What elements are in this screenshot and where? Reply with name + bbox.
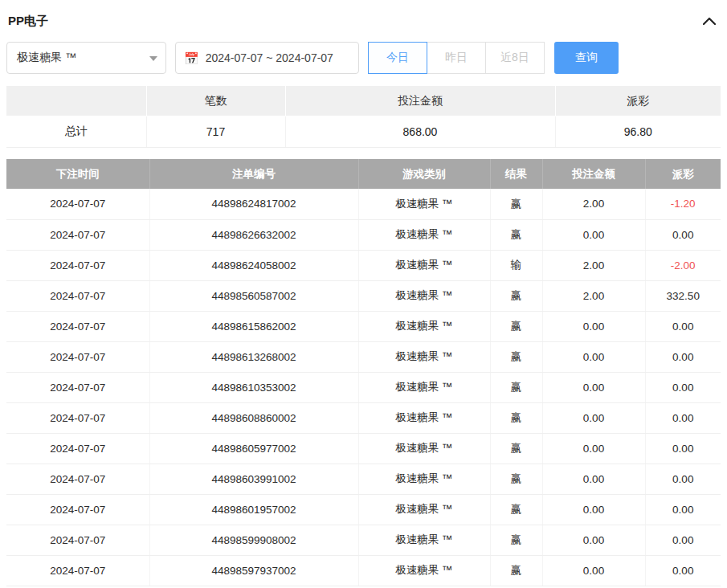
- chevron-up-icon: [703, 15, 716, 27]
- order-number-cell: 44898597937002: [149, 555, 358, 586]
- table-row: 2024-07-0744898560587002极速糖果 ™赢2.00332.5…: [6, 280, 721, 311]
- table-row: 2024-07-0744898605977002极速糖果 ™赢0.000.00: [6, 433, 721, 463]
- game-type-cell: 极速糖果 ™: [358, 494, 490, 525]
- table-row: 2024-07-0744898610353002极速糖果 ™赢0.000.00: [6, 372, 721, 402]
- summary-col-bet-amount: 投注金额: [285, 86, 555, 116]
- result-cell: 赢: [490, 280, 542, 311]
- bet-amount-cell: 0.00: [542, 494, 645, 525]
- bet-amount-cell: 2.00: [542, 250, 645, 280]
- payout-cell: 0.00: [645, 372, 721, 402]
- filter-bar: 极速糖果 ™ 📅 2024-07-07 ~ 2024-07-07 今日 昨日 近…: [6, 42, 721, 74]
- col-payout: 派彩: [645, 159, 721, 189]
- payout-cell: 332.50: [645, 280, 721, 311]
- date-range-value: 2024-07-07 ~ 2024-07-07: [206, 51, 333, 64]
- bet-time-cell: 2024-07-07: [6, 463, 149, 494]
- order-number-cell: 44898624058002: [149, 250, 358, 280]
- payout-cell: 0.00: [645, 311, 721, 341]
- bet-time-cell: 2024-07-07: [6, 402, 149, 433]
- bet-amount-cell: 0.00: [542, 525, 645, 555]
- game-type-cell: 极速糖果 ™: [358, 433, 490, 463]
- col-bet-time: 下注时间: [6, 159, 149, 189]
- summary-col-payout: 派彩: [555, 86, 721, 116]
- calendar-icon: 📅: [184, 52, 199, 64]
- bet-amount-cell: 0.00: [542, 555, 645, 586]
- order-number-cell: 44898599908002: [149, 525, 358, 555]
- last-8-days-button[interactable]: 近8日: [485, 42, 545, 74]
- summary-col-count: 笔数: [146, 86, 285, 116]
- bet-amount-cell: 0.00: [542, 219, 645, 250]
- summary-col-blank: [6, 86, 146, 116]
- yesterday-button[interactable]: 昨日: [427, 42, 486, 74]
- table-row: 2024-07-0744898608860002极速糖果 ™赢0.000.00: [6, 402, 721, 433]
- order-number-cell: 44898608860002: [149, 402, 358, 433]
- result-cell: 赢: [490, 463, 542, 494]
- result-cell: 赢: [490, 219, 542, 250]
- game-type-cell: 极速糖果 ™: [358, 341, 490, 372]
- game-type-cell: 极速糖果 ™: [358, 219, 490, 250]
- bet-amount-cell: 0.00: [542, 311, 645, 341]
- bets-header-row: 下注时间 注单编号 游戏类别 结果 投注金额 派彩: [6, 159, 721, 189]
- order-number-cell: 44898610353002: [149, 372, 358, 402]
- order-number-cell: 44898560587002: [149, 280, 358, 311]
- game-type-cell: 极速糖果 ™: [358, 189, 490, 219]
- payout-cell: 0.00: [645, 219, 721, 250]
- result-cell: 赢: [490, 311, 542, 341]
- table-row: 2024-07-0744898626632002极速糖果 ™赢0.000.00: [6, 219, 721, 250]
- bet-time-cell: 2024-07-07: [6, 555, 149, 586]
- col-order-number: 注单编号: [149, 159, 358, 189]
- bet-time-cell: 2024-07-07: [6, 311, 149, 341]
- bet-amount-cell: 2.00: [542, 189, 645, 219]
- bet-amount-cell: 0.00: [542, 463, 645, 494]
- today-button[interactable]: 今日: [368, 42, 427, 74]
- order-number-cell: 44898615862002: [149, 311, 358, 341]
- game-type-cell: 极速糖果 ™: [358, 525, 490, 555]
- result-cell: 赢: [490, 494, 542, 525]
- bet-amount-cell: 0.00: [542, 372, 645, 402]
- result-cell: 赢: [490, 341, 542, 372]
- result-cell: 赢: [490, 402, 542, 433]
- game-type-cell: 极速糖果 ™: [358, 402, 490, 433]
- result-cell: 赢: [490, 433, 542, 463]
- result-cell: 赢: [490, 372, 542, 402]
- panel-header: PP电子: [6, 6, 721, 35]
- bets-table: 下注时间 注单编号 游戏类别 结果 投注金额 派彩 2024-07-074489…: [6, 159, 721, 586]
- summary-total-bet-amount: 868.00: [285, 116, 555, 148]
- game-type-cell: 极速糖果 ™: [358, 372, 490, 402]
- query-button[interactable]: 查询: [554, 42, 619, 74]
- summary-total-count: 717: [146, 116, 285, 148]
- summary-total-row: 总计 717 868.00 96.80: [6, 116, 721, 148]
- collapse-button[interactable]: [700, 11, 719, 31]
- game-type-cell: 极速糖果 ™: [358, 555, 490, 586]
- bet-amount-cell: 2.00: [542, 280, 645, 311]
- bet-time-cell: 2024-07-07: [6, 494, 149, 525]
- bet-amount-cell: 0.00: [542, 341, 645, 372]
- game-type-cell: 极速糖果 ™: [358, 311, 490, 341]
- result-cell: 赢: [490, 525, 542, 555]
- chevron-down-icon: [149, 56, 157, 61]
- result-cell: 赢: [490, 555, 542, 586]
- order-number-cell: 44898626632002: [149, 219, 358, 250]
- payout-cell: 0.00: [645, 433, 721, 463]
- payout-cell: 0.00: [645, 555, 721, 586]
- game-type-cell: 极速糖果 ™: [358, 463, 490, 494]
- payout-cell: 0.00: [645, 402, 721, 433]
- bet-time-cell: 2024-07-07: [6, 341, 149, 372]
- game-select-value: 极速糖果 ™: [17, 51, 76, 65]
- date-range-input[interactable]: 📅 2024-07-07 ~ 2024-07-07: [175, 42, 359, 74]
- table-row: 2024-07-0744898624058002极速糖果 ™输2.00-2.00: [6, 250, 721, 280]
- bet-amount-cell: 0.00: [542, 402, 645, 433]
- payout-cell: 0.00: [645, 341, 721, 372]
- table-row: 2024-07-0744898615862002极速糖果 ™赢0.000.00: [6, 311, 721, 341]
- col-result: 结果: [490, 159, 542, 189]
- summary-header-row: 笔数 投注金额 派彩: [6, 86, 721, 116]
- col-bet-amount: 投注金额: [542, 159, 645, 189]
- bet-amount-cell: 0.00: [542, 433, 645, 463]
- game-type-cell: 极速糖果 ™: [358, 250, 490, 280]
- summary-total-label: 总计: [6, 116, 146, 148]
- page-title: PP电子: [8, 14, 48, 29]
- bet-time-cell: 2024-07-07: [6, 219, 149, 250]
- bet-time-cell: 2024-07-07: [6, 189, 149, 219]
- game-select[interactable]: 极速糖果 ™: [6, 42, 166, 74]
- bet-time-cell: 2024-07-07: [6, 525, 149, 555]
- result-cell: 输: [490, 250, 542, 280]
